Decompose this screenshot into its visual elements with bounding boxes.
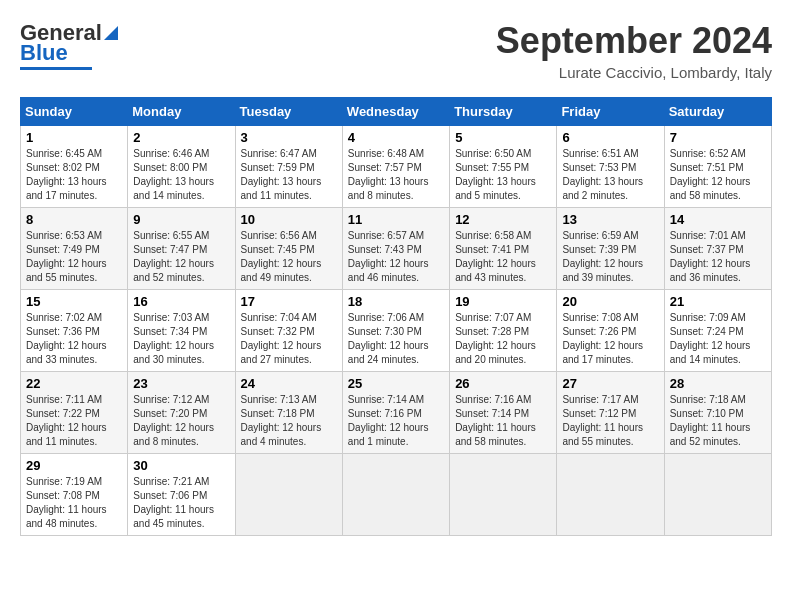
calendar-cell: 29Sunrise: 7:19 AMSunset: 7:08 PMDayligh… [21,454,128,536]
calendar-cell: 1Sunrise: 6:45 AMSunset: 8:02 PMDaylight… [21,126,128,208]
day-number: 11 [348,212,444,227]
day-number: 30 [133,458,229,473]
calendar-cell: 14Sunrise: 7:01 AMSunset: 7:37 PMDayligh… [664,208,771,290]
day-number: 15 [26,294,122,309]
calendar-week-row: 15Sunrise: 7:02 AMSunset: 7:36 PMDayligh… [21,290,772,372]
day-info: Sunrise: 6:53 AMSunset: 7:49 PMDaylight:… [26,229,122,285]
day-info: Sunrise: 7:21 AMSunset: 7:06 PMDaylight:… [133,475,229,531]
day-info: Sunrise: 7:06 AMSunset: 7:30 PMDaylight:… [348,311,444,367]
calendar-cell: 8Sunrise: 6:53 AMSunset: 7:49 PMDaylight… [21,208,128,290]
calendar-cell: 3Sunrise: 6:47 AMSunset: 7:59 PMDaylight… [235,126,342,208]
day-number: 10 [241,212,337,227]
day-number: 16 [133,294,229,309]
day-number: 27 [562,376,658,391]
svg-marker-0 [104,26,118,40]
calendar-cell: 10Sunrise: 6:56 AMSunset: 7:45 PMDayligh… [235,208,342,290]
day-info: Sunrise: 7:03 AMSunset: 7:34 PMDaylight:… [133,311,229,367]
day-number: 2 [133,130,229,145]
day-info: Sunrise: 6:57 AMSunset: 7:43 PMDaylight:… [348,229,444,285]
day-number: 20 [562,294,658,309]
weekday-header-friday: Friday [557,98,664,126]
weekday-header-tuesday: Tuesday [235,98,342,126]
calendar-cell: 17Sunrise: 7:04 AMSunset: 7:32 PMDayligh… [235,290,342,372]
calendar-cell: 27Sunrise: 7:17 AMSunset: 7:12 PMDayligh… [557,372,664,454]
calendar-cell: 7Sunrise: 6:52 AMSunset: 7:51 PMDaylight… [664,126,771,208]
weekday-header-monday: Monday [128,98,235,126]
calendar-cell: 30Sunrise: 7:21 AMSunset: 7:06 PMDayligh… [128,454,235,536]
day-number: 21 [670,294,766,309]
calendar-cell [235,454,342,536]
day-number: 12 [455,212,551,227]
day-info: Sunrise: 7:17 AMSunset: 7:12 PMDaylight:… [562,393,658,449]
day-info: Sunrise: 7:19 AMSunset: 7:08 PMDaylight:… [26,475,122,531]
page-header: General Blue September 2024 Lurate Cacci… [20,20,772,81]
calendar-cell: 22Sunrise: 7:11 AMSunset: 7:22 PMDayligh… [21,372,128,454]
calendar-week-row: 22Sunrise: 7:11 AMSunset: 7:22 PMDayligh… [21,372,772,454]
calendar-cell: 25Sunrise: 7:14 AMSunset: 7:16 PMDayligh… [342,372,449,454]
calendar-table: SundayMondayTuesdayWednesdayThursdayFrid… [20,97,772,536]
day-info: Sunrise: 7:13 AMSunset: 7:18 PMDaylight:… [241,393,337,449]
day-info: Sunrise: 7:02 AMSunset: 7:36 PMDaylight:… [26,311,122,367]
title-block: September 2024 Lurate Caccivio, Lombardy… [496,20,772,81]
day-info: Sunrise: 7:14 AMSunset: 7:16 PMDaylight:… [348,393,444,449]
day-info: Sunrise: 7:11 AMSunset: 7:22 PMDaylight:… [26,393,122,449]
day-number: 9 [133,212,229,227]
calendar-cell: 12Sunrise: 6:58 AMSunset: 7:41 PMDayligh… [450,208,557,290]
calendar-body: 1Sunrise: 6:45 AMSunset: 8:02 PMDaylight… [21,126,772,536]
logo: General Blue [20,20,122,70]
day-info: Sunrise: 7:18 AMSunset: 7:10 PMDaylight:… [670,393,766,449]
calendar-cell: 15Sunrise: 7:02 AMSunset: 7:36 PMDayligh… [21,290,128,372]
day-number: 29 [26,458,122,473]
weekday-header-thursday: Thursday [450,98,557,126]
day-info: Sunrise: 6:46 AMSunset: 8:00 PMDaylight:… [133,147,229,203]
day-number: 6 [562,130,658,145]
weekday-header-sunday: Sunday [21,98,128,126]
day-number: 5 [455,130,551,145]
calendar-cell [450,454,557,536]
weekday-header-row: SundayMondayTuesdayWednesdayThursdayFrid… [21,98,772,126]
day-info: Sunrise: 6:56 AMSunset: 7:45 PMDaylight:… [241,229,337,285]
calendar-cell: 9Sunrise: 6:55 AMSunset: 7:47 PMDaylight… [128,208,235,290]
day-info: Sunrise: 6:59 AMSunset: 7:39 PMDaylight:… [562,229,658,285]
calendar-header: SundayMondayTuesdayWednesdayThursdayFrid… [21,98,772,126]
day-info: Sunrise: 6:45 AMSunset: 8:02 PMDaylight:… [26,147,122,203]
logo-arrow-icon [100,22,122,44]
day-number: 24 [241,376,337,391]
weekday-header-wednesday: Wednesday [342,98,449,126]
month-title: September 2024 [496,20,772,62]
calendar-week-row: 1Sunrise: 6:45 AMSunset: 8:02 PMDaylight… [21,126,772,208]
day-info: Sunrise: 7:12 AMSunset: 7:20 PMDaylight:… [133,393,229,449]
logo-underline [20,67,92,70]
day-info: Sunrise: 6:58 AMSunset: 7:41 PMDaylight:… [455,229,551,285]
calendar-cell: 26Sunrise: 7:16 AMSunset: 7:14 PMDayligh… [450,372,557,454]
calendar-cell: 13Sunrise: 6:59 AMSunset: 7:39 PMDayligh… [557,208,664,290]
calendar-cell [557,454,664,536]
calendar-cell: 11Sunrise: 6:57 AMSunset: 7:43 PMDayligh… [342,208,449,290]
day-info: Sunrise: 6:51 AMSunset: 7:53 PMDaylight:… [562,147,658,203]
day-number: 1 [26,130,122,145]
calendar-cell: 23Sunrise: 7:12 AMSunset: 7:20 PMDayligh… [128,372,235,454]
day-info: Sunrise: 6:48 AMSunset: 7:57 PMDaylight:… [348,147,444,203]
day-number: 7 [670,130,766,145]
day-number: 3 [241,130,337,145]
day-number: 28 [670,376,766,391]
day-number: 23 [133,376,229,391]
day-info: Sunrise: 7:08 AMSunset: 7:26 PMDaylight:… [562,311,658,367]
day-info: Sunrise: 6:52 AMSunset: 7:51 PMDaylight:… [670,147,766,203]
day-number: 22 [26,376,122,391]
calendar-cell [664,454,771,536]
day-number: 14 [670,212,766,227]
day-number: 26 [455,376,551,391]
calendar-cell: 19Sunrise: 7:07 AMSunset: 7:28 PMDayligh… [450,290,557,372]
calendar-cell: 2Sunrise: 6:46 AMSunset: 8:00 PMDaylight… [128,126,235,208]
day-number: 17 [241,294,337,309]
calendar-week-row: 29Sunrise: 7:19 AMSunset: 7:08 PMDayligh… [21,454,772,536]
calendar-cell: 24Sunrise: 7:13 AMSunset: 7:18 PMDayligh… [235,372,342,454]
calendar-week-row: 8Sunrise: 6:53 AMSunset: 7:49 PMDaylight… [21,208,772,290]
day-info: Sunrise: 7:01 AMSunset: 7:37 PMDaylight:… [670,229,766,285]
weekday-header-saturday: Saturday [664,98,771,126]
logo-blue: Blue [20,40,68,66]
day-number: 4 [348,130,444,145]
calendar-cell: 28Sunrise: 7:18 AMSunset: 7:10 PMDayligh… [664,372,771,454]
calendar-cell [342,454,449,536]
